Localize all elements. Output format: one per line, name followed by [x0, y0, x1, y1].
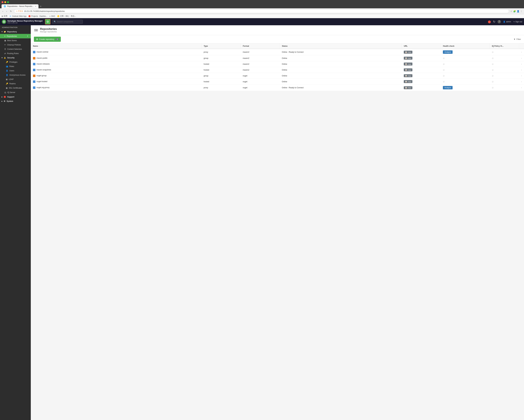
- copy-url-button-nuget-hosted[interactable]: 📋 copy: [404, 80, 412, 83]
- col-header-name[interactable]: Name ↑: [31, 44, 201, 49]
- new-tab-button[interactable]: +: [39, 4, 43, 8]
- search-input[interactable]: [57, 21, 81, 23]
- cell-chevron-nuget-group[interactable]: ›: [519, 73, 524, 79]
- cell-health-maven-releases: ⊘: [441, 61, 490, 67]
- repositories-table-container: Name ↑ Type Format Status: [31, 44, 524, 91]
- sidebar-item-users[interactable]: 👤 Users: [0, 69, 31, 73]
- copy-url-button-maven-public[interactable]: 📋 copy: [404, 57, 412, 60]
- sidebar-item-roles[interactable]: 👥 Roles: [0, 64, 31, 69]
- extensions-icon[interactable]: 🧩: [513, 10, 516, 12]
- bookmark-star-icon[interactable]: ☆: [510, 10, 512, 12]
- col-header-type[interactable]: Type: [201, 44, 241, 49]
- refresh-button[interactable]: ↻: [9, 10, 13, 13]
- cell-chevron-maven-releases[interactable]: ›: [519, 61, 524, 67]
- filter-label: Filter: [516, 38, 521, 40]
- sidebar-item-ldap[interactable]: ▦ LDAP: [0, 77, 31, 81]
- bookmark-dhc[interactable]: ◇ DHC: [49, 15, 55, 17]
- copy-icon-maven-public: 📋: [405, 57, 407, 59]
- sidebar-item-privileges[interactable]: 🔑 Privileges: [0, 60, 31, 64]
- cell-chevron-maven-central[interactable]: ›: [519, 49, 524, 55]
- sidebar-item-repository[interactable]: ▾ 📁 Repository: [0, 30, 31, 34]
- sign-out-button[interactable]: ↪ Sign out: [513, 21, 522, 23]
- sidebar-item-system[interactable]: ▸ ⚙ System: [0, 99, 31, 103]
- sidebar-item-blob-stores[interactable]: ▦ Blob Stores: [0, 38, 31, 43]
- copy-url-button-nuget.org-proxy[interactable]: 📋 copy: [404, 86, 412, 89]
- col-header-iq-policy[interactable]: IQ Policy Vi...: [490, 44, 519, 49]
- cell-status-maven-central: Online - Ready to Connect: [280, 49, 402, 55]
- tab-close-btn[interactable]: ✕: [35, 5, 36, 7]
- row-chevron-icon-maven-public[interactable]: ›: [521, 57, 522, 59]
- page-title-group: Repositories Manage repositories: [40, 27, 57, 33]
- back-button[interactable]: ‹: [1, 10, 4, 13]
- sidebar-item-routing-rules[interactable]: ⇄ Routing Rules: [0, 51, 31, 56]
- col-type-label: Type: [204, 45, 208, 47]
- copy-url-button-maven-central[interactable]: 📋 copy: [404, 51, 412, 54]
- col-header-url[interactable]: URL: [402, 44, 441, 49]
- cell-chevron-maven-public[interactable]: ›: [519, 55, 524, 61]
- settings-gear-button[interactable]: ⚙: [45, 19, 51, 25]
- filter-button[interactable]: ▼ Filter: [514, 38, 521, 40]
- bookmark-outlook[interactable]: 📧 Outlook Web App: [9, 15, 26, 17]
- sidebar-item-anonymous-access[interactable]: 👤 Anonymous Access: [0, 73, 31, 77]
- sidebar-item-cleanup-policies[interactable]: ✏ Cleanup Policies: [0, 43, 31, 47]
- traffic-light-red[interactable]: [1, 1, 3, 3]
- cell-health-maven-central: Analyze: [441, 49, 490, 55]
- sidebar-item-repositories[interactable]: ≡ Repositories 2: [0, 34, 31, 38]
- analyze-button-nuget.org-proxy[interactable]: Analyze: [443, 86, 453, 89]
- app-name: Sonatype Nexus Repository Manager: [7, 20, 43, 22]
- row-chevron-icon-nuget.org-proxy[interactable]: ›: [521, 87, 522, 89]
- username-label: admin: [506, 21, 511, 23]
- row-chevron-icon-maven-central[interactable]: ›: [521, 51, 522, 53]
- copy-icon-maven-releases: 📋: [405, 63, 407, 65]
- row-chevron-icon-nuget-group[interactable]: ›: [521, 75, 522, 77]
- help-icon[interactable]: ?: [498, 20, 501, 23]
- profile-icon[interactable]: 👤: [517, 10, 519, 12]
- repo-name-nuget-hosted: nuget-hosted: [36, 80, 47, 83]
- forward-button[interactable]: ›: [5, 10, 8, 13]
- search-box[interactable]: 🔍: [52, 20, 83, 24]
- cell-health-nuget-group: ⊘: [441, 73, 490, 79]
- cell-chevron-maven-snapshots[interactable]: ›: [519, 67, 524, 73]
- col-header-status[interactable]: Status: [280, 44, 402, 49]
- row-chevron-icon-nuget-hosted[interactable]: ›: [521, 80, 522, 83]
- repo-type-icon-maven-snapshots: [33, 69, 35, 71]
- row-chevron-icon-maven-releases[interactable]: ›: [521, 63, 522, 65]
- create-repository-button[interactable]: ⊕ Create repository 3: [34, 37, 61, 42]
- cell-format-maven-central: maven2: [241, 49, 280, 55]
- system-icon: ⚙: [4, 100, 5, 102]
- cell-chevron-nuget.org-proxy[interactable]: ›: [519, 85, 524, 91]
- cell-iq-maven-central: ⊘: [490, 49, 519, 55]
- table-row: nuget-group group nuget Online 📋 copy ⊘ …: [31, 73, 524, 79]
- analyze-button-maven-central[interactable]: Analyze: [443, 50, 453, 54]
- support-expand-icon: ▸: [1, 96, 2, 98]
- cell-chevron-nuget-hosted[interactable]: ›: [519, 79, 524, 85]
- copy-icon-maven-central: 📋: [405, 51, 407, 53]
- row-chevron-icon-maven-snapshots[interactable]: ›: [521, 69, 522, 71]
- sidebar-item-realms[interactable]: 🔑 Realms: [0, 81, 31, 86]
- bookmark-projects[interactable]: 🔴 Projects · Dashbo...: [28, 15, 47, 17]
- repo-type-icon-maven-public: [33, 57, 35, 60]
- alert-icon[interactable]: ⬤: [488, 20, 491, 23]
- traffic-light-yellow[interactable]: [4, 1, 6, 3]
- copy-url-button-maven-snapshots[interactable]: 📋 copy: [404, 68, 412, 71]
- bookmark-misc[interactable]: 🟡 过客～励む · 有志...: [57, 15, 76, 18]
- cell-health-nuget-hosted: ⊘: [441, 79, 490, 85]
- cell-status-nuget.org-proxy: Online - Ready to Connect: [280, 85, 402, 91]
- sidebar-item-security[interactable]: ▾ 🔒 Security: [0, 56, 31, 60]
- sidebar-item-support[interactable]: ▸ 🔴 Support: [0, 95, 31, 99]
- active-tab[interactable]: 🌐 Repositories - Nexus Reposito... ✕: [1, 4, 38, 8]
- copy-url-button-maven-releases[interactable]: 📋 copy: [404, 63, 412, 65]
- sidebar-item-content-selectors[interactable]: ☰ Content Selectors: [0, 47, 31, 51]
- menu-icon[interactable]: ⋮: [520, 10, 523, 12]
- sidebar-item-iq-server[interactable]: ◎ IQ Server: [0, 90, 31, 95]
- sidebar-item-ssl-certificates[interactable]: ▦ SSL Certificates: [0, 86, 31, 90]
- repository-expand-icon: ▾: [1, 31, 2, 33]
- col-header-format[interactable]: Format: [241, 44, 280, 49]
- user-menu[interactable]: 👤 admin: [503, 21, 511, 23]
- copy-url-button-nuget-group[interactable]: 📋 copy: [404, 74, 412, 77]
- bookmark-apps[interactable]: ⊞ 应用: [1, 15, 7, 18]
- traffic-light-green[interactable]: [7, 1, 9, 3]
- address-bar[interactable]: ⚠ 不安全 10.211.55.74:8081/#admin/repositor…: [14, 9, 509, 13]
- col-header-health-check[interactable]: Health check: [441, 44, 490, 49]
- refresh-icon[interactable]: ↻: [493, 20, 495, 23]
